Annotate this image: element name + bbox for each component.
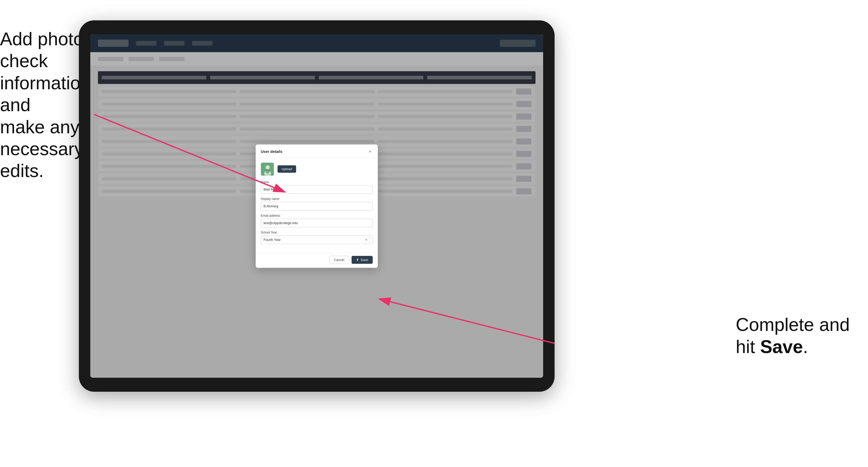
upload-photo-button[interactable]: Upload: [278, 165, 296, 173]
modal-body: Upload Name Display name Email addre: [256, 158, 378, 253]
modal-title: User details: [261, 149, 282, 154]
right-annotation: Complete and hit Save.: [736, 314, 863, 357]
name-label: Name: [261, 180, 373, 184]
tablet-device: User details ×: [79, 20, 555, 392]
cancel-button[interactable]: Cancel: [329, 256, 349, 264]
school-year-label: School Year: [261, 231, 373, 234]
display-name-label: Display name: [261, 197, 373, 201]
avatar-upload-row: Upload: [261, 162, 373, 176]
email-field-group: Email address: [261, 214, 373, 227]
modal-overlay: User details ×: [90, 34, 543, 378]
svg-point-1: [266, 165, 270, 169]
email-input[interactable]: [261, 219, 373, 227]
display-name-input[interactable]: [261, 202, 373, 211]
modal-close-button[interactable]: ×: [368, 149, 373, 154]
school-year-select[interactable]: First Year Second Year Third Year Fourth…: [261, 236, 373, 244]
school-year-field-group: School Year First Year Second Year Third…: [261, 231, 373, 244]
avatar-image: [261, 163, 274, 176]
user-details-modal: User details ×: [256, 145, 378, 268]
save-button[interactable]: ⬆ Save: [351, 256, 373, 264]
name-input[interactable]: [261, 185, 373, 194]
tablet-screen: User details ×: [90, 34, 543, 378]
save-icon: ⬆: [356, 258, 359, 262]
modal-footer: Cancel ⬆ Save: [256, 253, 378, 268]
avatar-thumbnail: [261, 162, 274, 176]
school-year-select-wrapper: First Year Second Year Third Year Fourth…: [261, 236, 373, 244]
name-field-group: Name: [261, 180, 373, 194]
email-label: Email address: [261, 214, 373, 217]
save-button-label: Save: [361, 258, 368, 262]
select-clear-icon[interactable]: ✕: [365, 238, 368, 242]
display-name-field-group: Display name: [261, 197, 373, 211]
modal-header: User details ×: [256, 145, 378, 158]
svg-rect-3: [266, 169, 269, 174]
